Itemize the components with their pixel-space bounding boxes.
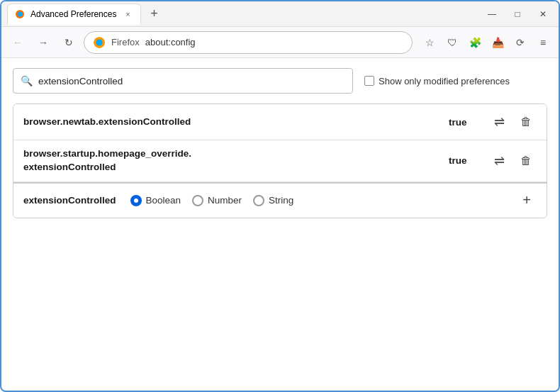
content-area: risk.com 🔍 Show only modified preference… [1, 58, 559, 228]
close-window-button[interactable]: ✕ [533, 4, 553, 24]
pref-value-1: true [449, 117, 477, 128]
extensions-button[interactable]: 🧩 [465, 33, 485, 52]
pref-value-2: true [449, 155, 477, 166]
firefox-icon [93, 36, 106, 49]
show-modified-text: Show only modified preferences [379, 76, 510, 86]
pref-actions-2: ⇌ 🗑 [488, 150, 537, 172]
delete-button-1[interactable]: 🗑 [515, 111, 537, 133]
radio-circle-number [192, 195, 203, 206]
show-modified-label[interactable]: Show only modified preferences [364, 76, 510, 86]
refresh-button[interactable]: ↻ [58, 32, 79, 53]
radio-string[interactable]: String [253, 195, 293, 206]
address-text: about:config [145, 37, 403, 47]
browser-tab[interactable]: Advanced Preferences × [7, 4, 141, 25]
sync-button[interactable]: ⟳ [510, 33, 530, 52]
bookmark-button[interactable]: ☆ [420, 33, 439, 52]
type-radio-group: Boolean Number String [130, 195, 517, 206]
pref-name-1: browser.newtab.extensionControlled [23, 116, 449, 129]
search-input[interactable] [38, 76, 345, 86]
radio-label-string: String [269, 195, 293, 206]
table-row: browser.startup.homepage_override. exten… [13, 140, 547, 182]
radio-boolean[interactable]: Boolean [130, 195, 181, 206]
show-modified-checkbox[interactable] [364, 76, 374, 86]
radio-label-boolean: Boolean [146, 195, 181, 206]
trash-icon-2: 🗑 [520, 155, 532, 167]
nav-bar: ← → ↻ Firefox about:config ☆ 🛡 🧩 📥 ⟳ [1, 27, 559, 58]
download-button[interactable]: 📥 [488, 33, 508, 52]
svg-point-1 [18, 12, 23, 17]
radio-circle-string [253, 195, 264, 206]
radio-circle-boolean [130, 195, 142, 206]
nav-icons: ☆ 🛡 🧩 📥 ⟳ ≡ [420, 33, 553, 52]
svg-point-3 [96, 39, 103, 45]
back-button[interactable]: ← [7, 32, 28, 53]
preferences-table: browser.newtab.extensionControlled true … [13, 103, 547, 218]
bookmark-icon: ☆ [425, 37, 435, 48]
new-pref-name: extensionControlled [23, 195, 116, 206]
new-preference-row: extensionControlled Boolean Number Strin… [13, 182, 547, 218]
firefox-label: Firefox [111, 37, 140, 47]
minimize-button[interactable]: — [482, 4, 502, 24]
address-bar[interactable]: Firefox about:config [84, 31, 413, 54]
table-row: browser.newtab.extensionControlled true … [13, 104, 547, 140]
tab-label: Advanced Preferences [30, 9, 116, 19]
extension-icon: 🧩 [469, 37, 481, 48]
search-icon: 🔍 [21, 75, 33, 86]
toggle-button-1[interactable]: ⇌ [488, 111, 510, 133]
toggle-button-2[interactable]: ⇌ [488, 150, 510, 172]
menu-button[interactable]: ≡ [533, 33, 553, 52]
pref-name-2: browser.startup.homepage_override. exten… [23, 147, 449, 174]
pref-actions-1: ⇌ 🗑 [488, 111, 537, 133]
transfer-icon-1: ⇌ [494, 114, 505, 130]
menu-icon: ≡ [540, 37, 546, 48]
radio-label-number: Number [208, 195, 242, 206]
search-box[interactable]: 🔍 [13, 68, 353, 94]
transfer-icon-2: ⇌ [494, 153, 505, 169]
plus-icon: + [522, 192, 531, 208]
search-row: 🔍 Show only modified preferences [13, 68, 547, 94]
tab-close-button[interactable]: × [122, 9, 133, 20]
tab-favicon [15, 9, 25, 19]
sync-icon: ⟳ [516, 37, 525, 48]
add-preference-button[interactable]: + [517, 191, 537, 211]
delete-button-2[interactable]: 🗑 [515, 150, 537, 172]
forward-button[interactable]: → [33, 32, 54, 53]
new-tab-button[interactable]: + [144, 4, 164, 24]
download-icon: 📥 [492, 37, 504, 48]
window-controls: — □ ✕ [482, 4, 553, 24]
shield-button[interactable]: 🛡 [442, 33, 462, 52]
trash-icon-1: 🗑 [520, 116, 532, 128]
maximize-button[interactable]: □ [508, 4, 527, 24]
title-bar: Advanced Preferences × + — □ ✕ [1, 1, 559, 27]
radio-number[interactable]: Number [192, 195, 242, 206]
shield-icon: 🛡 [447, 37, 457, 48]
